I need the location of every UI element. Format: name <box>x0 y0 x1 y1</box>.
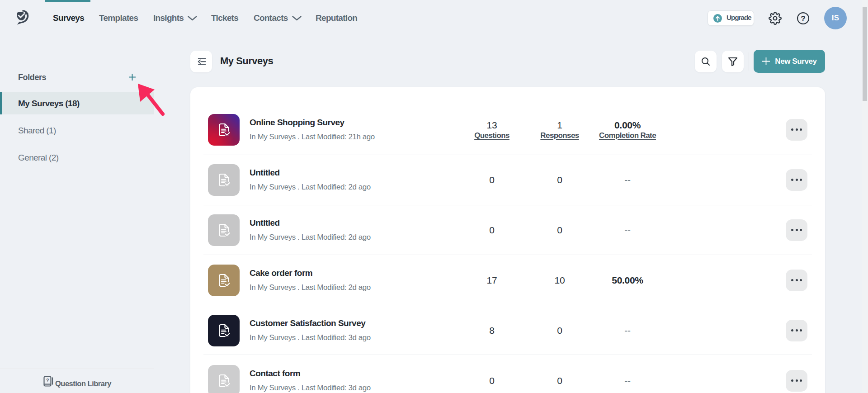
svg-text:?: ? <box>801 14 805 23</box>
svg-text:?: ? <box>46 378 49 383</box>
